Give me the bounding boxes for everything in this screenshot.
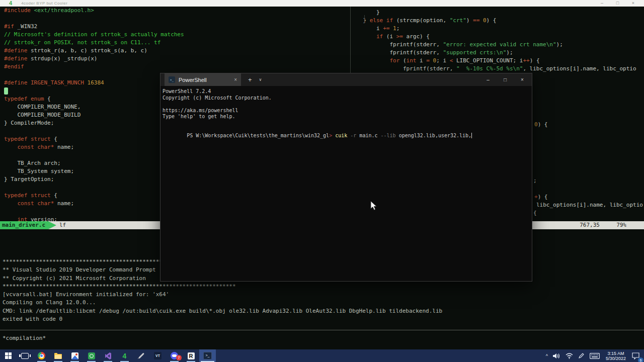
code-line: #include <ext/threadpool.h> — [4, 7, 346, 15]
taskbar: 4VT7R>_ ^ 3:15 AM 5/30/2022 6 — [0, 349, 644, 362]
taskbar-button-vt-app[interactable]: VT — [149, 349, 166, 362]
code-fragment: libc_options[i].name, libc_optio — [536, 201, 643, 209]
code-line: #define strtok_r(a, b, c) strtok_s(a, b,… — [4, 47, 346, 55]
code-line: fprintf(stderr, "error: expected valid c… — [350, 41, 644, 49]
chrome-icon — [38, 352, 45, 359]
pen-tool-icon — [138, 352, 144, 358]
command-segment: --lib — [378, 133, 396, 138]
photos-icon — [71, 352, 78, 359]
output-line: CMD: link /defaultlib:libcmt /debug /out… — [3, 307, 641, 315]
taskbar-button-photos[interactable] — [66, 349, 83, 362]
code-line: for (int i = 0; i < LIBC_OPTION_COUNT; i… — [350, 57, 644, 65]
terminal-line: Copyright (c) Microsoft Corporation. — [163, 95, 530, 102]
code-fragment: 0) { — [534, 121, 548, 129]
maximize-button[interactable]: □ — [610, 0, 625, 7]
start-icon — [5, 352, 12, 359]
code-line: fprintf(stderr, " %-10s C%-5d %s\n", lib… — [350, 65, 644, 73]
vt-app-icon: VT — [154, 352, 162, 359]
editor-cursor — [4, 87, 8, 95]
4coder-titlebar: 4 4coder BYP but Cooler – □ × — [0, 0, 644, 7]
desktop: 4 4coder BYP but Cooler – □ × #include <… — [0, 0, 644, 362]
tray-date: 5/30/2022 — [606, 356, 626, 361]
volume-icon[interactable] — [550, 349, 563, 362]
window-title: 4coder BYP but Cooler — [21, 1, 67, 6]
code-line: } else if (strcmp(option, "crt") == 0) { — [350, 17, 644, 25]
file-explorer-icon — [54, 354, 62, 359]
notification-badge: 6 — [638, 357, 643, 362]
panel-divider — [0, 330, 644, 330]
cursor-position: 767,35 — [580, 221, 600, 229]
code-line — [4, 15, 346, 23]
taskbar-button-chrome[interactable] — [33, 349, 50, 362]
green-app-icon — [88, 352, 95, 359]
terminal-line: Type 'help' to get help. — [163, 114, 530, 120]
terminal-line — [163, 101, 530, 108]
task-view-icon — [21, 353, 29, 359]
remedybg-icon: R — [188, 352, 195, 359]
taskbar-button-remedybg[interactable]: R — [183, 349, 199, 362]
terminal-close-button[interactable]: × — [514, 73, 531, 86]
terminal-body[interactable]: PowerShell 7.2.4Copyright (c) Microsoft … — [163, 88, 530, 133]
terminal-tab-title: PowerShell — [179, 77, 234, 83]
tab-close-icon[interactable]: × — [234, 77, 237, 82]
clock[interactable]: 3:15 AM 5/30/2022 — [602, 349, 629, 362]
scope-guide-line — [364, 15, 365, 23]
command-segment: opengl32.lib,user32.lib, — [396, 133, 472, 138]
taskbar-button-task-view[interactable] — [17, 349, 33, 362]
code-fragment: ; — [533, 177, 537, 185]
terminal-titlebar[interactable]: >_ PowerShell × + ∨ – □ × — [160, 73, 532, 86]
code-fragment: +) { — [534, 193, 548, 201]
taskbar-button-pen-tool[interactable] — [133, 349, 149, 362]
text-cursor — [471, 133, 472, 138]
terminal-icon: >_ — [203, 352, 212, 359]
output-line: exited with code 0 — [3, 315, 641, 323]
terminal-line: https://aka.ms/powershell — [163, 108, 530, 114]
action-center-icon[interactable]: 6 — [629, 349, 642, 362]
command-segment: cuik — [332, 133, 347, 138]
touch-keyboard-icon[interactable] — [587, 349, 602, 362]
code-line: } — [350, 9, 644, 17]
wifi-icon[interactable] — [563, 349, 576, 362]
visual-studio-icon — [104, 352, 112, 360]
taskbar-button-visual-studio[interactable] — [100, 349, 116, 362]
code-panel-right[interactable]: } } else if (strcmp(option, "crt") == 0)… — [350, 9, 644, 73]
unread-badge: 7 — [176, 355, 182, 360]
code-line: #if _WIN32 — [4, 23, 346, 31]
terminal-line: PowerShell 7.2.4 — [163, 88, 530, 95]
code-line: i += 1; — [350, 25, 644, 33]
powershell-window: >_ PowerShell × + ∨ – □ × PowerShell 7.2… — [160, 73, 532, 282]
tab-dropdown-icon[interactable]: ∨ — [259, 77, 262, 82]
compilation-buffer-label: *compilation* — [3, 334, 46, 342]
code-line: fprintf(stderr, "supported crts:\n"); — [350, 49, 644, 57]
close-button[interactable]: × — [625, 0, 641, 7]
taskbar-button-start[interactable] — [0, 349, 17, 362]
taskbar-button-4coder[interactable]: 4 — [116, 349, 133, 362]
output-line: ****************************************… — [3, 283, 641, 291]
output-line: [vcvarsall.bat] Environment initialized … — [3, 291, 641, 299]
code-line: #define strdup(x) _strdup(x) — [4, 55, 346, 63]
4coder-app-icon: 4 — [9, 1, 12, 6]
tray-chevron-icon[interactable]: ^ — [543, 349, 550, 362]
code-line: if (i >= argc) { — [350, 33, 644, 41]
filename-chip: main_driver.c — [0, 221, 56, 229]
taskbar-button-terminal[interactable]: >_ — [199, 349, 216, 362]
prompt-path: PS W:\Workspace\Cuik\tests\the_martins\w… — [187, 133, 329, 138]
taskbar-button-discord[interactable]: 7 — [166, 349, 183, 362]
line-ending-indicator: lf — [59, 221, 66, 229]
terminal-tab[interactable]: >_ PowerShell × — [165, 73, 241, 86]
system-tray: ^ 3:15 AM 5/30/2022 6 — [543, 349, 644, 362]
taskbar-button-file-explorer[interactable] — [50, 349, 66, 362]
new-tab-button[interactable]: + — [248, 76, 252, 83]
4coder-icon: 4 — [123, 352, 127, 359]
pen-icon[interactable] — [576, 349, 587, 362]
code-line: // Microsoft's definition of strtok_s ac… — [4, 31, 346, 39]
scope-guide-line — [350, 7, 351, 73]
mouse-cursor — [370, 201, 378, 214]
terminal-command-line[interactable]: PS W:\Workspace\Cuik\tests\the_martins\w… — [163, 126, 530, 133]
taskbar-button-green-app[interactable] — [83, 349, 100, 362]
code-line: #endif — [4, 63, 346, 71]
terminal-minimize-button[interactable]: – — [479, 73, 497, 86]
terminal-maximize-button[interactable]: □ — [497, 73, 514, 86]
code-line: // strtok_r on POSIX, not strtok_s on C1… — [4, 39, 346, 47]
minimize-button[interactable]: – — [594, 0, 610, 7]
